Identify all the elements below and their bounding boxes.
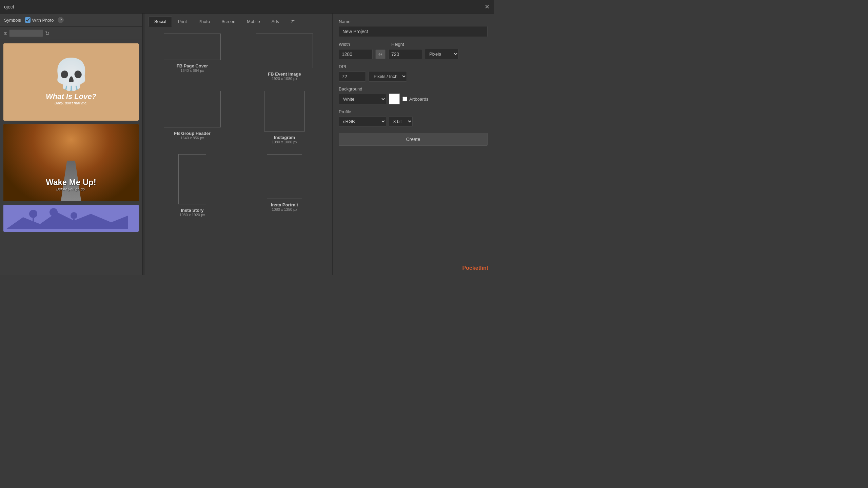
- left-top-bar: Symbols With Photo ?: [0, 14, 142, 27]
- preset-size-insta-portrait: 1080 x 1350 px: [272, 207, 297, 211]
- watermark: Pocketlint: [462, 265, 488, 271]
- tab-2in[interactable]: 2": [285, 16, 300, 27]
- profile-label: Profile: [339, 109, 488, 114]
- profile-row: sRGB Adobe RGB Display P3 8 bit 16 bit 3…: [339, 116, 488, 127]
- preset-size-instagram: 1080 x 1080 px: [272, 140, 297, 144]
- main-container: Symbols With Photo ? s: ↻ 💀 What Is Love…: [0, 14, 494, 275]
- preset-size-fb-event-image: 1920 x 1080 px: [272, 77, 297, 81]
- preset-name-insta-story: Insta Story: [181, 208, 203, 213]
- tab-mobile[interactable]: Mobile: [241, 16, 265, 27]
- card2-subtitle: Before you go go.: [3, 187, 139, 191]
- artboards-wrapper: Artboards: [402, 97, 428, 102]
- tab-ads[interactable]: Ads: [266, 16, 285, 27]
- background-label: Background: [339, 86, 488, 92]
- preset-name-insta-portrait: Insta Portrait: [271, 202, 298, 207]
- dpi-input[interactable]: [339, 72, 366, 82]
- watermark-ocketlint: ocketlint: [466, 265, 488, 271]
- symbols-label: Symbols: [4, 18, 21, 23]
- preset-item-insta-story[interactable]: Insta Story 1080 x 1920 px: [151, 154, 233, 217]
- artboards-label: Artboards: [409, 97, 428, 102]
- name-label: Name: [339, 19, 488, 24]
- watermark-p: P: [462, 265, 466, 271]
- with-photo-wrapper: With Photo: [25, 17, 54, 23]
- dpi-unit-select[interactable]: Pixels / Inch Pixels / cm: [369, 71, 407, 82]
- search-bar: s: ↻: [0, 27, 142, 40]
- search-input[interactable]: [9, 29, 43, 37]
- swap-dimensions-button[interactable]: ⇔: [375, 49, 386, 59]
- preset-preview-fb-page-cover: [164, 34, 221, 60]
- card1-subtitle: Baby, don't hurt me.: [55, 101, 87, 105]
- background-select[interactable]: White Black Transparent: [339, 94, 386, 104]
- templates-grid-area: FB Page Cover 1640 x 664 px FB Event Ima…: [144, 27, 332, 275]
- card1-title: What Is Love?: [46, 92, 96, 101]
- preset-item-insta-portrait[interactable]: Insta Portrait 1080 x 1350 px: [243, 154, 326, 217]
- preset-name-instagram: Instagram: [274, 135, 295, 140]
- search-label: s:: [4, 31, 7, 36]
- preset-item-fb-event-image[interactable]: FB Event Image 1920 x 1080 px: [243, 34, 326, 81]
- preset-item-instagram[interactable]: Instagram 1080 x 1080 px: [243, 91, 326, 144]
- preset-preview-instagram: [264, 91, 305, 131]
- template-card-skull[interactable]: 💀 What Is Love? Baby, don't hurt me.: [3, 43, 139, 121]
- dpi-row: Pixels / Inch Pixels / cm: [339, 71, 488, 82]
- svg-point-5: [71, 212, 77, 219]
- skull-icon: 💀: [52, 59, 90, 89]
- autumn-background: Wake Me Up! Before you go go.: [3, 124, 139, 201]
- dialog-title: oject: [4, 4, 14, 9]
- preset-preview-fb-event-image: [256, 34, 313, 68]
- dim-row: ⇔ Pixels Inches cm mm: [339, 49, 488, 59]
- unit-select[interactable]: Pixels Inches cm mm: [425, 49, 459, 59]
- preset-name-fb-group-header: FB Group Header: [174, 131, 211, 136]
- with-photo-label: With Photo: [32, 18, 54, 23]
- preset-size-insta-story: 1080 x 1920 px: [179, 213, 205, 217]
- with-photo-checkbox[interactable]: [25, 17, 31, 23]
- preset-preview-fb-group-header: [164, 91, 221, 127]
- width-label: Width: [339, 42, 378, 47]
- preset-preview-insta-story: [178, 154, 206, 204]
- height-input[interactable]: [388, 49, 422, 59]
- name-input[interactable]: [339, 26, 488, 37]
- right-panel: Name Width Height ⇔ Pixels Inches cm mm: [333, 14, 494, 275]
- profile-select[interactable]: sRGB Adobe RGB Display P3: [339, 116, 386, 127]
- profile-section: Profile sRGB Adobe RGB Display P3 8 bit …: [339, 109, 488, 127]
- preset-item-fb-page-cover[interactable]: FB Page Cover 1640 x 664 px: [151, 34, 233, 81]
- bg-row: White Black Transparent Artboards: [339, 94, 488, 104]
- width-input[interactable]: [339, 49, 373, 59]
- template-card-autumn[interactable]: Wake Me Up! Before you go go.: [3, 124, 139, 201]
- dim-labels: Width Height: [339, 42, 488, 47]
- preset-size-fb-group-header: 1640 x 856 px: [180, 136, 204, 140]
- tab-social[interactable]: Social: [149, 16, 172, 27]
- tabs-bar: Social Print Photo Screen Mobile Ads 2": [144, 14, 332, 27]
- dimensions-section: Width Height ⇔ Pixels Inches cm mm: [339, 42, 488, 59]
- dpi-label: DPI: [339, 64, 488, 69]
- tab-photo[interactable]: Photo: [193, 16, 216, 27]
- bg-color-swatch[interactable]: [389, 94, 400, 104]
- preset-name-fb-event-image: FB Event Image: [268, 72, 301, 77]
- background-section: Background White Black Transparent Artbo…: [339, 86, 488, 104]
- preset-size-fb-page-cover: 1640 x 664 px: [180, 68, 204, 73]
- center-panel: Social Print Photo Screen Mobile Ads 2" …: [144, 14, 333, 275]
- mountain-svg: [6, 205, 128, 229]
- height-label: Height: [391, 42, 430, 47]
- title-bar: oject ✕: [0, 0, 494, 14]
- preset-name-fb-page-cover: FB Page Cover: [177, 63, 208, 68]
- create-button[interactable]: Create: [339, 133, 488, 146]
- tab-print[interactable]: Print: [172, 16, 193, 27]
- template-card-mountain[interactable]: [3, 205, 139, 232]
- tab-screen[interactable]: Screen: [216, 16, 241, 27]
- card2-overlay: Wake Me Up! Before you go go.: [3, 178, 139, 191]
- bitdepth-select[interactable]: 8 bit 16 bit 32 bit: [389, 116, 413, 127]
- preset-item-fb-group-header[interactable]: FB Group Header 1640 x 856 px: [151, 91, 233, 144]
- card2-title: Wake Me Up!: [3, 178, 139, 187]
- help-button[interactable]: ?: [58, 17, 64, 23]
- templates-scroll: 💀 What Is Love? Baby, don't hurt me. Wak…: [0, 40, 142, 275]
- artboards-checkbox[interactable]: [402, 97, 407, 101]
- dpi-section: DPI Pixels / Inch Pixels / cm: [339, 64, 488, 82]
- svg-point-1: [29, 210, 37, 218]
- preset-preview-insta-portrait: [267, 154, 302, 199]
- name-section: Name: [339, 19, 488, 37]
- refresh-button[interactable]: ↻: [45, 30, 50, 37]
- close-button[interactable]: ✕: [485, 4, 490, 10]
- left-panel: Symbols With Photo ? s: ↻ 💀 What Is Love…: [0, 14, 142, 275]
